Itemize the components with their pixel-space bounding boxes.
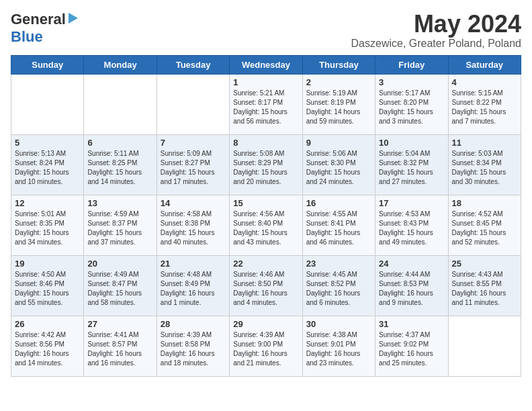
calendar-cell: 29Sunrise: 4:39 AMSunset: 9:00 PMDayligh… <box>230 316 302 376</box>
day-info: Sunrise: 5:17 AMSunset: 8:20 PMDaylight:… <box>379 89 444 126</box>
day-number: 1 <box>233 77 298 87</box>
day-number: 22 <box>233 259 298 269</box>
calendar-cell: 27Sunrise: 4:41 AMSunset: 8:57 PMDayligh… <box>84 316 157 376</box>
day-info: Sunrise: 5:13 AMSunset: 8:24 PMDaylight:… <box>15 149 80 187</box>
day-info: Sunrise: 5:15 AMSunset: 8:22 PMDaylight:… <box>452 89 517 126</box>
day-number: 7 <box>161 138 226 148</box>
day-number: 11 <box>452 138 517 148</box>
page-title: May 2024 <box>351 11 521 38</box>
day-info: Sunrise: 5:06 AMSunset: 8:30 PMDaylight:… <box>306 149 371 187</box>
day-number: 5 <box>15 138 80 148</box>
day-number: 31 <box>379 319 444 329</box>
day-info: Sunrise: 4:49 AMSunset: 8:47 PMDaylight:… <box>87 270 152 308</box>
calendar-cell: 8Sunrise: 5:08 AMSunset: 8:29 PMDaylight… <box>230 134 302 195</box>
calendar-cell <box>84 74 157 134</box>
day-number: 6 <box>87 138 152 148</box>
calendar-week-row: 19Sunrise: 4:50 AMSunset: 8:46 PMDayligh… <box>11 255 521 316</box>
day-number: 23 <box>306 259 371 269</box>
day-number: 29 <box>233 319 298 329</box>
day-info: Sunrise: 4:37 AMSunset: 9:02 PMDaylight:… <box>379 330 444 368</box>
day-number: 28 <box>161 319 226 329</box>
calendar-week-row: 12Sunrise: 5:01 AMSunset: 8:35 PMDayligh… <box>11 195 521 255</box>
day-number: 4 <box>452 77 517 87</box>
day-info: Sunrise: 5:04 AMSunset: 8:32 PMDaylight:… <box>379 149 444 187</box>
day-number: 16 <box>306 198 371 208</box>
title-block: May 2024 Daszewice, Greater Poland, Pola… <box>351 11 521 50</box>
day-info: Sunrise: 4:50 AMSunset: 8:46 PMDaylight:… <box>15 270 80 308</box>
day-info: Sunrise: 4:59 AMSunset: 8:37 PMDaylight:… <box>87 210 152 247</box>
calendar-cell: 10Sunrise: 5:04 AMSunset: 8:32 PMDayligh… <box>375 134 448 195</box>
day-number: 19 <box>15 259 80 269</box>
calendar-cell: 3Sunrise: 5:17 AMSunset: 8:20 PMDaylight… <box>375 74 448 134</box>
calendar-cell <box>157 74 229 134</box>
day-info: Sunrise: 4:58 AMSunset: 8:38 PMDaylight:… <box>161 210 226 247</box>
logo-general: General <box>11 11 66 28</box>
day-info: Sunrise: 4:44 AMSunset: 8:53 PMDaylight:… <box>379 270 444 308</box>
calendar-cell: 18Sunrise: 4:52 AMSunset: 8:45 PMDayligh… <box>448 195 521 255</box>
calendar-cell: 26Sunrise: 4:42 AMSunset: 8:56 PMDayligh… <box>11 316 84 376</box>
day-info: Sunrise: 4:41 AMSunset: 8:57 PMDaylight:… <box>87 330 152 368</box>
day-number: 3 <box>379 77 444 87</box>
day-number: 26 <box>15 319 80 329</box>
day-info: Sunrise: 4:39 AMSunset: 9:00 PMDaylight:… <box>233 330 298 368</box>
calendar-cell: 24Sunrise: 4:44 AMSunset: 8:53 PMDayligh… <box>375 255 448 316</box>
day-info: Sunrise: 5:01 AMSunset: 8:35 PMDaylight:… <box>15 210 80 247</box>
day-info: Sunrise: 4:53 AMSunset: 8:43 PMDaylight:… <box>379 210 444 247</box>
calendar-cell: 20Sunrise: 4:49 AMSunset: 8:47 PMDayligh… <box>84 255 157 316</box>
weekday-header-row: SundayMondayTuesdayWednesdayThursdayFrid… <box>11 55 521 74</box>
weekday-header-tuesday: Tuesday <box>157 55 229 74</box>
day-number: 21 <box>161 259 226 269</box>
calendar-cell: 17Sunrise: 4:53 AMSunset: 8:43 PMDayligh… <box>375 195 448 255</box>
calendar-cell: 7Sunrise: 5:09 AMSunset: 8:27 PMDaylight… <box>157 134 229 195</box>
logo: General Blue <box>11 11 79 46</box>
day-number: 20 <box>87 259 152 269</box>
calendar-cell: 4Sunrise: 5:15 AMSunset: 8:22 PMDaylight… <box>448 74 521 134</box>
calendar-cell: 9Sunrise: 5:06 AMSunset: 8:30 PMDaylight… <box>302 134 375 195</box>
calendar-cell: 31Sunrise: 4:37 AMSunset: 9:02 PMDayligh… <box>375 316 448 376</box>
day-number: 2 <box>306 77 371 87</box>
day-info: Sunrise: 4:39 AMSunset: 8:58 PMDaylight:… <box>161 330 226 368</box>
calendar-cell: 28Sunrise: 4:39 AMSunset: 8:58 PMDayligh… <box>157 316 229 376</box>
logo-blue: Blue <box>11 28 43 45</box>
day-info: Sunrise: 4:46 AMSunset: 8:50 PMDaylight:… <box>233 270 298 308</box>
day-info: Sunrise: 5:21 AMSunset: 8:17 PMDaylight:… <box>233 89 298 126</box>
calendar-cell: 19Sunrise: 4:50 AMSunset: 8:46 PMDayligh… <box>11 255 84 316</box>
calendar-cell <box>448 316 521 376</box>
calendar-cell: 5Sunrise: 5:13 AMSunset: 8:24 PMDaylight… <box>11 134 84 195</box>
calendar-cell: 16Sunrise: 4:55 AMSunset: 8:41 PMDayligh… <box>302 195 375 255</box>
page-header: General Blue May 2024 Daszewice, Greater… <box>11 11 521 50</box>
weekday-header-thursday: Thursday <box>302 55 375 74</box>
day-info: Sunrise: 5:11 AMSunset: 8:25 PMDaylight:… <box>87 149 152 187</box>
day-info: Sunrise: 4:43 AMSunset: 8:55 PMDaylight:… <box>452 270 517 308</box>
day-number: 14 <box>161 198 226 208</box>
day-info: Sunrise: 5:09 AMSunset: 8:27 PMDaylight:… <box>161 149 226 187</box>
calendar-cell: 11Sunrise: 5:03 AMSunset: 8:34 PMDayligh… <box>448 134 521 195</box>
calendar-cell: 12Sunrise: 5:01 AMSunset: 8:35 PMDayligh… <box>11 195 84 255</box>
day-info: Sunrise: 5:19 AMSunset: 8:19 PMDaylight:… <box>306 89 371 126</box>
calendar-cell <box>11 74 84 134</box>
day-info: Sunrise: 4:42 AMSunset: 8:56 PMDaylight:… <box>15 330 80 368</box>
day-info: Sunrise: 4:55 AMSunset: 8:41 PMDaylight:… <box>306 210 371 247</box>
day-number: 30 <box>306 319 371 329</box>
day-number: 24 <box>379 259 444 269</box>
weekday-header-monday: Monday <box>84 55 157 74</box>
calendar-cell: 1Sunrise: 5:21 AMSunset: 8:17 PMDaylight… <box>230 74 302 134</box>
weekday-header-sunday: Sunday <box>11 55 84 74</box>
day-info: Sunrise: 4:38 AMSunset: 9:01 PMDaylight:… <box>306 330 371 368</box>
day-number: 9 <box>306 138 371 148</box>
calendar-cell: 30Sunrise: 4:38 AMSunset: 9:01 PMDayligh… <box>302 316 375 376</box>
day-info: Sunrise: 4:48 AMSunset: 8:49 PMDaylight:… <box>161 270 226 308</box>
calendar-week-row: 1Sunrise: 5:21 AMSunset: 8:17 PMDaylight… <box>11 74 521 134</box>
day-number: 17 <box>379 198 444 208</box>
logo-arrow-icon <box>67 13 79 25</box>
day-number: 15 <box>233 198 298 208</box>
calendar-cell: 14Sunrise: 4:58 AMSunset: 8:38 PMDayligh… <box>157 195 229 255</box>
day-number: 12 <box>15 198 80 208</box>
day-info: Sunrise: 5:08 AMSunset: 8:29 PMDaylight:… <box>233 149 298 187</box>
page-subtitle: Daszewice, Greater Poland, Poland <box>351 38 521 50</box>
calendar-table: SundayMondayTuesdayWednesdayThursdayFrid… <box>11 55 521 377</box>
calendar-cell: 22Sunrise: 4:46 AMSunset: 8:50 PMDayligh… <box>230 255 302 316</box>
day-number: 13 <box>87 198 152 208</box>
weekday-header-wednesday: Wednesday <box>230 55 302 74</box>
day-info: Sunrise: 4:56 AMSunset: 8:40 PMDaylight:… <box>233 210 298 247</box>
